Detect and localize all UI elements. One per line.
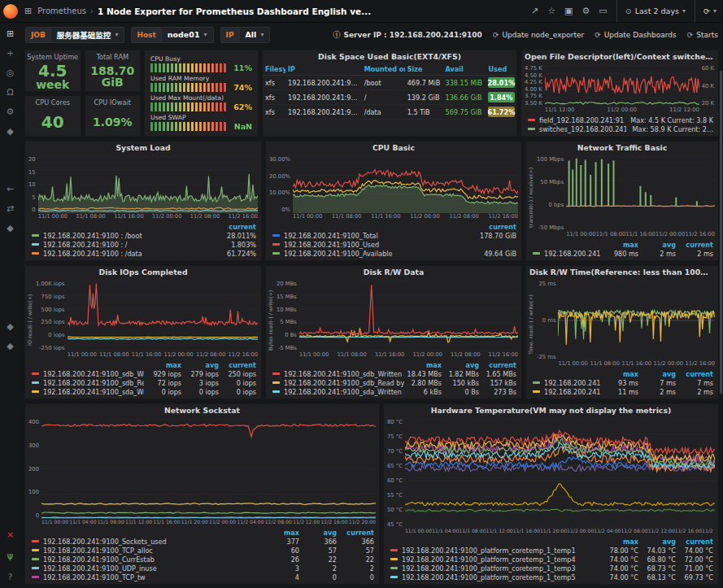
panel-title[interactable]: Network Sockstat (25, 404, 379, 417)
legend-series-name[interactable]: 192.168.200.241:9100_Available (272, 250, 471, 258)
column-header[interactable]: Avail (443, 63, 486, 76)
legend-series-name[interactable]: 192.168.200.241:9100_sda_Written bytes (272, 388, 404, 396)
panel-title[interactable]: CPU Basic (266, 142, 521, 155)
legend-sort-current[interactable]: current (479, 361, 516, 369)
dashboard-icon[interactable]: ⊞ (24, 6, 32, 16)
legend-series-name[interactable]: 192.168.200.241:9100_Total (272, 232, 471, 240)
server-ip-link[interactable]: ⓘServer IP : 192.168.200.241:9100 (333, 29, 481, 40)
panel-title[interactable]: Disk R/W Data (266, 266, 521, 279)
legend-series-name[interactable]: 192.168.200.241:9100_UDP_inuse (32, 564, 262, 573)
series-color-icon[interactable] (272, 372, 280, 375)
legend-series-name[interactable]: 192.168.200.241:9100_sdb_Reads completed (32, 379, 144, 387)
gauge-bar[interactable] (150, 122, 226, 131)
legend-sort-max[interactable]: max (404, 361, 442, 369)
legend-series-name[interactable]: switches_192.168.200.241:9100 (528, 125, 626, 133)
series-color-icon[interactable] (32, 381, 39, 384)
legend-sort-max[interactable]: max (601, 241, 638, 249)
series-color-icon[interactable] (32, 540, 39, 542)
collapse-icon[interactable]: ← (4, 185, 17, 194)
series-color-icon[interactable] (32, 567, 39, 569)
chart-canvas[interactable] (41, 419, 376, 519)
legend-series-name[interactable]: 192.168.200.241:9100_sdb_Read bytes (272, 379, 404, 387)
legend-series-name[interactable]: 192.168.200.241:9100_platform_coretemp_1… (390, 547, 601, 555)
legend-series-name[interactable]: 192.168.200.241:9100_sdb_Write time (533, 388, 601, 396)
chart-canvas[interactable] (545, 65, 699, 107)
legend-series-name[interactable]: 192.168.200.241:9100_Used (272, 241, 471, 249)
panel-title[interactable]: Total RAM (96, 53, 128, 63)
series-color-icon[interactable] (272, 252, 280, 255)
legend-series-name[interactable]: 192.168.200.241:9100 : /data (32, 250, 211, 258)
legend-sort-avg[interactable]: avg (181, 361, 219, 369)
gauge-bar[interactable] (150, 102, 226, 111)
chart-canvas[interactable] (299, 281, 518, 351)
series-color-icon[interactable] (32, 234, 39, 237)
series-color-icon[interactable] (528, 119, 535, 121)
gauge-bar[interactable] (150, 63, 226, 72)
panel-title[interactable]: Disk IOps Completed (25, 266, 261, 279)
chart-canvas[interactable] (293, 156, 518, 213)
dashboard-title[interactable]: 1 Node Exporter for Prometheus Dashboard… (98, 7, 371, 16)
panel-title[interactable]: Disk R/W Time(Reference: less than 100ms… (526, 266, 718, 279)
breadcrumb-folder[interactable]: Prometheus (37, 7, 86, 15)
legend-sort-max[interactable]: max (262, 529, 299, 537)
series-color-icon[interactable] (390, 558, 398, 560)
save-icon[interactable]: ▣ (564, 6, 573, 16)
security-icon[interactable]: ◆ (4, 224, 17, 233)
legend-sort-avg[interactable]: avg (299, 529, 337, 537)
dashboards-icon[interactable]: ⊞ (4, 29, 17, 38)
legend-series-name[interactable]: 192.168.200.241:9100_CurrEstab (32, 555, 262, 564)
legend-series-name[interactable]: 192.168.200.241:9100 : /boot (32, 232, 211, 240)
chart-canvas[interactable] (405, 419, 715, 528)
legend-series-name[interactable]: 192.168.200.241:9100_sdb_Writes complete… (32, 370, 144, 378)
update-dashboards-link[interactable]: ⟳Update Dashboards (595, 31, 677, 39)
legend-series-name[interactable]: 192.168.200.241:9100_platform_coretemp_1… (390, 564, 601, 573)
series-color-icon[interactable] (390, 549, 398, 551)
refresh-button[interactable]: ⟳ ▾ (695, 0, 716, 23)
settings-icon[interactable]: ⚙ (581, 6, 590, 16)
help-icon[interactable]: ? (4, 573, 17, 581)
chart-canvas[interactable] (566, 156, 715, 231)
grafana-logo-icon[interactable] (3, 4, 18, 19)
series-color-icon[interactable] (390, 576, 398, 578)
new-version-icon[interactable]: ψ (4, 551, 17, 560)
series-color-icon[interactable] (32, 390, 39, 393)
legend-series-name[interactable]: 192.168.200.241:9100_sdb_IO time (533, 250, 601, 258)
legend-sort-max[interactable]: max (601, 370, 638, 378)
series-color-icon[interactable] (32, 372, 39, 375)
legend-series-name[interactable]: 192.168.200.241:9100_TCP_alloc (32, 547, 262, 555)
series-color-icon[interactable] (32, 549, 39, 551)
legend-series-name[interactable]: 192.168.200.241:9100 : / (32, 241, 211, 249)
series-color-icon[interactable] (528, 128, 535, 130)
column-header[interactable]: Used (486, 63, 516, 76)
panel-title[interactable]: CPU Cores (36, 98, 70, 108)
host-filter-dropdown[interactable]: node01▾ (161, 27, 214, 43)
panel-title[interactable]: System Load (25, 142, 261, 155)
legend-sort-avg[interactable]: avg (442, 361, 479, 369)
series-color-icon[interactable] (272, 234, 280, 237)
alerting-icon[interactable]: Ω (4, 88, 17, 97)
legend-series-name[interactable]: 192.168.200.241:9100_platform_coretemp_1… (390, 573, 601, 581)
plugins-icon[interactable]: ◆ (4, 127, 17, 136)
chart-canvas[interactable] (558, 281, 715, 360)
series-color-icon[interactable] (533, 390, 540, 393)
update-node-exporter-link[interactable]: ⟳Update node_exporter (493, 31, 584, 39)
server-admin-icon[interactable]: ◆ (4, 322, 17, 331)
shield-icon[interactable]: ◆ (4, 342, 17, 351)
legend-series-name[interactable]: 192.168.200.241:9100_sdb_Read time (533, 379, 601, 387)
tv-mode-icon[interactable]: ▭ (599, 6, 607, 16)
series-color-icon[interactable] (390, 567, 398, 569)
legend-sort-current[interactable]: current (219, 361, 256, 369)
legend-sort-current[interactable]: current (676, 538, 713, 546)
series-color-icon[interactable] (32, 558, 39, 560)
panel-title[interactable]: Network Traffic Basic (526, 142, 718, 155)
share-icon[interactable]: ↗ (531, 6, 538, 16)
chart-canvas[interactable] (38, 156, 258, 213)
switch-org-icon[interactable]: ⇄ (4, 204, 17, 213)
legend-series-name[interactable]: 192.168.200.241:9100_sdb_Written bytes (272, 370, 404, 378)
legend-series-name[interactable]: 192.168.200.241:9100_Sockets_used (32, 538, 262, 546)
gauge-bar[interactable] (150, 83, 226, 92)
legend-sort-max[interactable]: max (144, 361, 181, 369)
legend-sort-max[interactable]: max (601, 538, 638, 546)
series-color-icon[interactable] (32, 252, 39, 255)
configuration-icon[interactable]: ⚙ (4, 107, 17, 116)
